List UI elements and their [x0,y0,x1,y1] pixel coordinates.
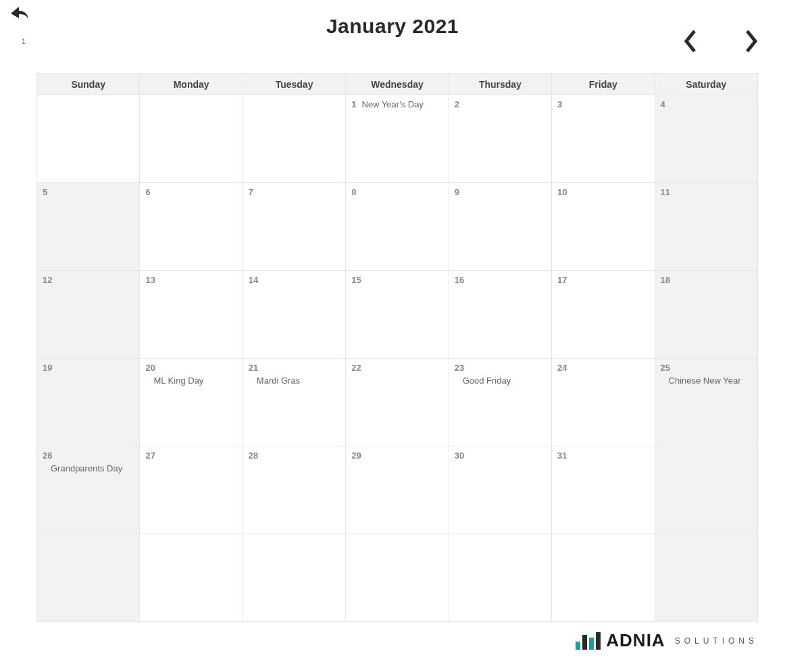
day-event: New Year's Day [362,99,424,109]
day-number: 9 [455,187,459,197]
calendar-week-row: 1New Year's Day234 [37,95,758,183]
calendar-day-cell[interactable] [655,446,757,534]
calendar-day-cell[interactable]: 19 [37,359,140,446]
day-number: 16 [455,275,464,285]
brand-bars-icon [576,632,601,650]
day-number: 25 [661,363,670,373]
day-number: 20 [145,363,155,373]
day-number: 12 [43,275,52,285]
calendar-day-cell[interactable] [140,534,243,622]
day-event: ML King Day [145,376,236,386]
calendar-day-cell[interactable]: 12 [37,271,140,359]
weekday-header: Monday [140,74,243,95]
calendar-day-cell[interactable]: 24 [552,359,655,446]
day-number: 31 [557,450,567,461]
weekday-header: Wednesday [346,74,449,95]
brand-name: ADNIA [606,630,665,651]
calendar-day-cell[interactable]: 11 [655,183,757,271]
day-number: 8 [351,187,356,197]
calendar-week-row: 567891011 [37,183,758,271]
calendar-day-cell[interactable]: 3 [552,95,655,183]
day-number: 15 [351,275,361,285]
calendar-day-cell[interactable]: 31 [552,446,655,534]
calendar-day-cell[interactable]: 28 [243,446,345,534]
calendar-day-cell[interactable]: 17 [552,271,655,359]
day-number: 3 [557,99,562,109]
calendar-day-cell[interactable]: 30 [449,446,551,534]
brand-sub: SOLUTIONS [675,636,758,646]
day-number: 5 [43,187,47,197]
calendar-day-cell[interactable]: 23Good Friday [449,359,551,446]
day-number: 4 [661,99,665,109]
day-event: Good Friday [455,376,546,386]
calendar-day-cell[interactable] [140,95,243,183]
calendar-day-cell[interactable]: 15 [346,271,449,359]
calendar-day-cell[interactable] [243,95,345,183]
day-number: 7 [249,187,253,197]
calendar-day-cell[interactable]: 26Grandparents Day [37,446,140,534]
month-title: January 2021 [0,15,785,38]
calendar-day-cell[interactable]: 18 [655,271,757,359]
day-number: 14 [249,275,258,285]
calendar-day-cell[interactable]: 20ML King Day [140,359,243,446]
calendar-day-cell[interactable]: 5 [37,183,140,271]
day-number: 21 [249,363,258,373]
calendar-day-cell[interactable] [37,95,140,183]
day-number: 23 [455,363,464,373]
calendar-day-cell[interactable] [346,534,449,622]
calendar-day-cell[interactable]: 1New Year's Day [346,95,449,183]
calendar-day-cell[interactable]: 22 [346,359,449,446]
calendar-day-cell[interactable] [655,534,757,622]
brand-logo: ADNIA SOLUTIONS [576,630,758,651]
calendar-day-cell[interactable]: 4 [655,95,757,183]
calendar-day-cell[interactable]: 7 [243,183,345,271]
weekday-header-row: SundayMondayTuesdayWednesdayThursdayFrid… [37,74,758,95]
weekday-header: Sunday [37,74,140,95]
calendar-day-cell[interactable]: 2 [449,95,551,183]
calendar-week-row: 12131415161718 [37,271,758,359]
day-number: 26 [43,450,52,461]
calendar-day-cell[interactable]: 8 [346,183,449,271]
calendar-day-cell[interactable] [243,534,345,622]
day-event: Grandparents Day [43,463,134,473]
day-number: 17 [557,275,567,285]
small-index: 1 [22,38,26,45]
next-month-icon[interactable] [744,30,758,55]
calendar-grid: SundayMondayTuesdayWednesdayThursdayFrid… [36,73,758,622]
calendar-day-cell[interactable]: 25Chinese New Year [655,359,757,446]
calendar-day-cell[interactable] [37,534,140,622]
weekday-header: Thursday [449,74,551,95]
header-area: 1 January 2021 [0,0,785,68]
day-number: 24 [557,363,567,373]
day-number: 29 [351,450,361,461]
calendar-day-cell[interactable]: 10 [552,183,655,271]
day-number: 10 [557,187,567,197]
calendar-day-cell[interactable]: 27 [140,446,243,534]
day-number: 28 [249,450,258,461]
calendar-day-cell[interactable]: 21Mardi Gras [243,359,345,446]
prev-month-icon[interactable] [684,30,697,55]
calendar-day-cell[interactable]: 14 [243,271,345,359]
day-event: Mardi Gras [249,376,340,386]
calendar-day-cell[interactable]: 16 [449,271,551,359]
calendar-day-cell[interactable] [449,534,551,622]
day-number: 27 [145,450,155,461]
calendar-day-cell[interactable]: 13 [140,271,243,359]
weekday-header: Saturday [655,74,757,95]
day-number: 11 [661,187,670,197]
calendar-week-row: 26Grandparents Day2728293031 [37,446,758,534]
nav-arrows [684,30,758,55]
day-number: 30 [455,450,464,461]
calendar-day-cell[interactable]: 9 [449,183,551,271]
calendar-day-cell[interactable]: 6 [140,183,243,271]
calendar-day-cell[interactable] [552,534,655,622]
day-number: 19 [43,363,52,373]
day-number: 13 [145,275,155,285]
day-number: 6 [145,187,150,197]
calendar-day-cell[interactable]: 29 [346,446,449,534]
day-number: 22 [351,363,361,373]
footer: ADNIA SOLUTIONS [0,630,758,652]
weekday-header: Tuesday [243,74,345,95]
calendar-week-row: 1920ML King Day21Mardi Gras2223Good Frid… [37,359,758,446]
day-number: 1 [351,99,356,109]
